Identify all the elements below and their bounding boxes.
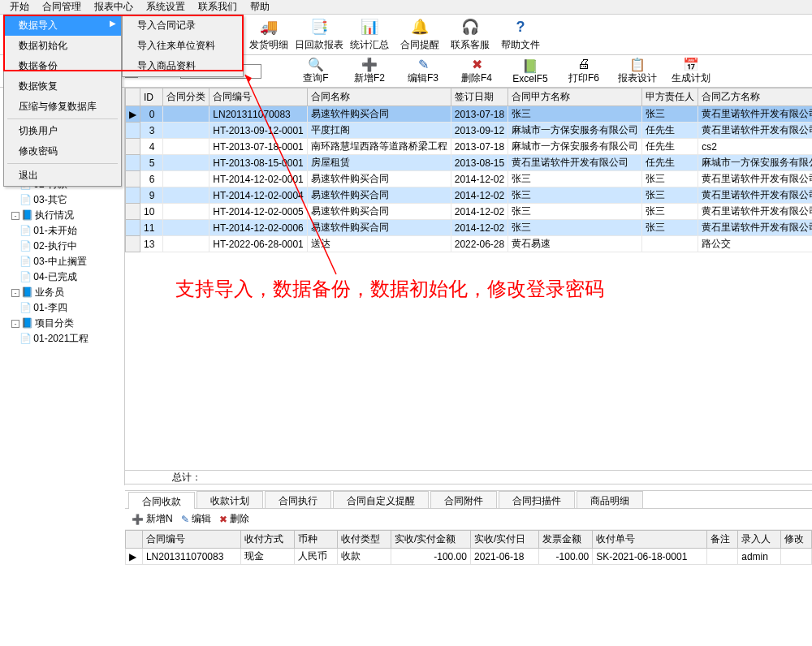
column-header[interactable]: 发票金额 bbox=[539, 531, 593, 549]
submenu-import-contract[interactable]: 导入合同记录 bbox=[123, 15, 243, 36]
tab-1[interactable]: 收款计划 bbox=[197, 491, 263, 508]
column-header[interactable]: 合同编号 bbox=[142, 531, 240, 549]
column-header[interactable]: 合同乙方名称 bbox=[698, 88, 812, 106]
menubar-item-3[interactable]: 系统设置 bbox=[140, 0, 192, 15]
tree-node[interactable]: -📘 执行情况 bbox=[3, 208, 124, 223]
toolbar-contact-service[interactable]: 🎧联系客服 bbox=[445, 15, 495, 54]
chevron-right-icon: ▶ bbox=[110, 19, 116, 28]
column-header[interactable]: 币种 bbox=[295, 531, 337, 549]
menubar-item-5[interactable]: 帮助 bbox=[244, 0, 276, 15]
btn-report-design[interactable]: 📋报表设计 bbox=[612, 57, 663, 85]
menubar-item-2[interactable]: 报表中心 bbox=[88, 0, 140, 15]
btn-new[interactable]: ➕新增F2 bbox=[344, 57, 395, 85]
tab-4[interactable]: 合同附件 bbox=[430, 491, 497, 508]
table-row[interactable]: 6HT-2014-12-02-0001易速软件购买合同2014-12-02张三张… bbox=[126, 171, 813, 187]
toolbar-statistics[interactable]: 📊统计汇总 bbox=[344, 15, 395, 54]
table-row[interactable]: 3HT-2013-09-12-0001平度扛阁2013-09-12麻城市一方保安… bbox=[126, 123, 813, 139]
column-header[interactable]: 合同编号 bbox=[209, 88, 307, 106]
column-header[interactable]: 备注 bbox=[706, 531, 737, 549]
start-menu-dropdown: 数据导入▶ 数据初始化 数据备份 数据恢复 压缩与修复数据库 切换用户 修改密码… bbox=[3, 15, 122, 187]
tab-6[interactable]: 商品明细 bbox=[577, 491, 643, 508]
toolbar-delivery-detail[interactable]: 🚚发货明细 bbox=[244, 15, 294, 54]
tab-3[interactable]: 合同自定义提醒 bbox=[333, 491, 429, 508]
tree-node[interactable]: 📄 04-已完成 bbox=[3, 269, 124, 285]
excel-icon: 📗 bbox=[522, 58, 538, 73]
search-icon: 🔍 bbox=[308, 57, 324, 71]
pencil-icon: ✎ bbox=[418, 57, 429, 71]
column-header[interactable]: 合同名称 bbox=[307, 88, 451, 106]
column-header[interactable]: 收付类型 bbox=[337, 531, 391, 549]
tree-node[interactable]: 📄 03-其它 bbox=[3, 192, 124, 208]
delete-icon: ✖ bbox=[472, 57, 482, 71]
menubar-item-0[interactable]: 开始 bbox=[3, 0, 36, 15]
tree-node[interactable]: 📄 01-未开始 bbox=[3, 223, 124, 239]
submenu-import-product[interactable]: 导入商品资料 bbox=[123, 56, 243, 76]
column-header[interactable]: 合同甲方名称 bbox=[508, 88, 642, 106]
table-row[interactable]: ▶0LN201311070083易速软件购买合同2013-07-18张三张三黄石… bbox=[126, 106, 813, 123]
menu-item-data-compress[interactable]: 压缩与修复数据库 bbox=[4, 97, 121, 117]
plus-icon: ➕ bbox=[361, 57, 378, 71]
contract-grid: ID合同分类合同编号合同名称签订日期合同甲方名称甲方责任人合同乙方名称 ▶0LN… bbox=[125, 88, 812, 252]
column-header[interactable]: 收付方式 bbox=[241, 531, 295, 549]
tab-0[interactable]: 合同收款 bbox=[128, 492, 195, 509]
column-header[interactable]: 合同分类 bbox=[163, 88, 209, 106]
summary-row: 总计： bbox=[125, 470, 812, 484]
column-header[interactable]: 实收/实付日 bbox=[470, 531, 538, 549]
tree-node[interactable]: 📄 03-中止搁置 bbox=[3, 254, 124, 269]
table-row[interactable]: 9HT-2014-12-02-0004易速软件购买合同2014-12-02张三张… bbox=[126, 187, 813, 204]
detail-panel: 合同收款收款计划合同执行合同自定义提醒合同附件合同扫描件商品明细 ➕新增N✎编辑… bbox=[125, 490, 812, 646]
import-submenu: 导入合同记录 导入往来单位资料 导入商品资料 bbox=[122, 15, 244, 77]
menu-item-exit[interactable]: 退出 bbox=[4, 166, 121, 186]
menu-item-data-init[interactable]: 数据初始化 bbox=[4, 36, 121, 56]
column-header[interactable]: 实收/实付金额 bbox=[391, 531, 470, 549]
headset-icon: 🎧 bbox=[460, 17, 480, 37]
submenu-import-company[interactable]: 导入往来单位资料 bbox=[123, 36, 243, 56]
tree-node[interactable]: 📄 01-李四 bbox=[3, 300, 124, 316]
column-header[interactable]: 修改 bbox=[780, 531, 811, 549]
row-header-corner bbox=[126, 88, 140, 106]
column-header[interactable]: 签订日期 bbox=[451, 88, 508, 106]
column-header[interactable]: 甲方责任人 bbox=[642, 88, 698, 106]
table-row[interactable]: 13HT-2022-06-28-0001送达2022-06-28黄石易速路公交 bbox=[126, 236, 813, 252]
btn-edit[interactable]: ✎编辑F3 bbox=[398, 57, 448, 85]
toolbar-contract-remind[interactable]: 🔔合同提醒 bbox=[395, 15, 445, 54]
detail-toolbar: ➕新增N✎编辑✖删除 bbox=[125, 509, 812, 530]
detail-btn[interactable]: ✎编辑 bbox=[181, 512, 211, 526]
table-row[interactable]: 10HT-2014-12-02-0005易速软件购买合同2014-12-02张三… bbox=[126, 204, 813, 220]
table-row[interactable]: 11HT-2014-12-02-0006易速软件购买合同2014-12-02张三… bbox=[126, 220, 813, 236]
tree-node[interactable]: -📘 项目分类 bbox=[3, 316, 124, 331]
menubar: 开始合同管理报表中心系统设置联系我们帮助 bbox=[0, 0, 812, 15]
table-row[interactable]: 5HT-2013-08-15-0001房屋租赁2013-08-15黄石里诺软件开… bbox=[126, 155, 813, 171]
column-header[interactable]: ID bbox=[140, 88, 163, 106]
table-row[interactable]: ▶LN201311070083现金人民币收款-100.002021-06-18-… bbox=[126, 549, 812, 565]
menu-item-data-restore[interactable]: 数据恢复 bbox=[4, 76, 121, 97]
toolbar-help[interactable]: ?帮助文件 bbox=[495, 15, 546, 54]
detail-btn[interactable]: ➕新增N bbox=[132, 512, 173, 526]
table-row[interactable]: 4HT-2013-07-18-0001南环路慧埕西路等道路桥梁工程2013-07… bbox=[126, 139, 813, 155]
annotation-text: 支持导入，数据备份，数据初始化，修改登录密码 bbox=[175, 276, 604, 302]
menu-item-data-backup[interactable]: 数据备份 bbox=[4, 56, 121, 76]
detail-btn[interactable]: ✖删除 bbox=[219, 512, 249, 526]
column-header[interactable]: 录入人 bbox=[738, 531, 780, 549]
menu-item-data-import[interactable]: 数据导入▶ bbox=[4, 15, 121, 36]
toolbar-daily-payment[interactable]: 📑日回款报表 bbox=[294, 15, 344, 54]
tab-5[interactable]: 合同扫描件 bbox=[499, 491, 575, 508]
btn-generate-plan[interactable]: 📅生成计划 bbox=[666, 57, 716, 85]
design-icon: 📋 bbox=[629, 57, 646, 71]
tree-node[interactable]: 📄 01-2021工程 bbox=[3, 331, 124, 347]
chart-icon: 📊 bbox=[360, 17, 379, 37]
menu-item-change-password[interactable]: 修改密码 bbox=[4, 141, 121, 162]
plan-icon: 📅 bbox=[683, 57, 699, 71]
menubar-item-4[interactable]: 联系我们 bbox=[192, 0, 244, 15]
menu-item-switch-user[interactable]: 切换用户 bbox=[4, 121, 121, 141]
column-header[interactable]: 收付单号 bbox=[593, 531, 707, 549]
menubar-item-1[interactable]: 合同管理 bbox=[36, 0, 88, 15]
tree-node[interactable]: -📘 业务员 bbox=[3, 285, 124, 300]
bell-icon: 🔔 bbox=[410, 17, 430, 37]
tree-node[interactable]: 📄 02-执行中 bbox=[3, 239, 124, 254]
btn-excel[interactable]: 📗ExcelF5 bbox=[505, 58, 555, 84]
btn-print[interactable]: 🖨打印F6 bbox=[559, 57, 609, 85]
btn-search[interactable]: 🔍查询F bbox=[291, 57, 341, 85]
tab-2[interactable]: 合同执行 bbox=[265, 491, 331, 508]
btn-delete[interactable]: ✖删除F4 bbox=[451, 57, 502, 85]
